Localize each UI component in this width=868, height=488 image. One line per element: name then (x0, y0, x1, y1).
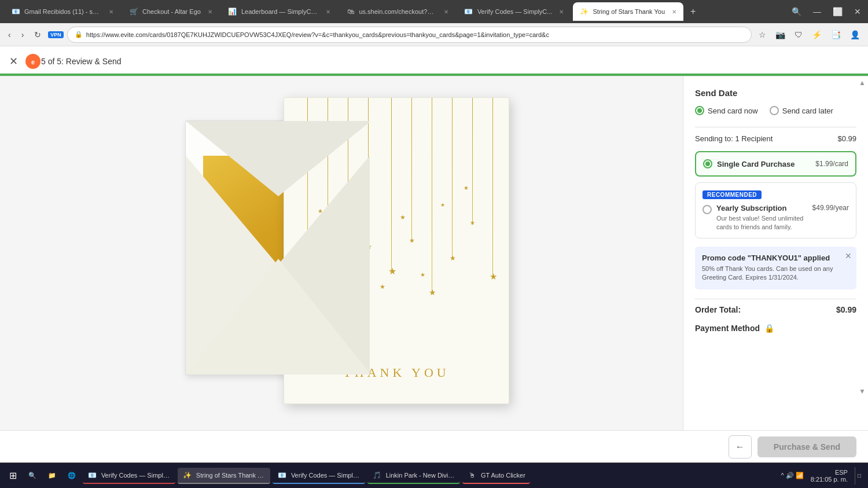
back-nav-button[interactable]: ‹ (5, 28, 14, 42)
tab-leaderboard-close[interactable]: ✕ (326, 9, 330, 15)
gmail-favicon: 📧 (12, 8, 20, 16)
taskbar-file-explorer[interactable]: 📁 (43, 469, 61, 482)
yearly-info: Yearly Subscription Our best value! Send… (716, 204, 808, 232)
taskbar-browser[interactable]: 🌐 (63, 469, 80, 482)
linkin-park-icon: 🎵 (372, 470, 382, 480)
extensions-button[interactable]: ⚡ (808, 28, 825, 42)
promo-close-button[interactable]: ✕ (845, 251, 852, 260)
single-card-option[interactable]: Single Card Purchase $1.99/card (695, 151, 856, 177)
yearly-subscription-option[interactable]: RECOMMENDED Yearly Subscription Our best… (695, 182, 856, 239)
back-button[interactable]: ← (729, 435, 752, 458)
tab-verify[interactable]: 📧 Verify Codes — SimplyC... ✕ (458, 2, 571, 21)
tab-checkout-altar[interactable]: 🛒 Checkout - Altar Ego ✕ (123, 2, 219, 21)
tab-shein[interactable]: 🛍 us.shein.com/checkout?au... ✕ (340, 2, 455, 21)
card-container: ★ ★ ★ ★ ★ (174, 97, 509, 410)
close-button[interactable]: ✕ (852, 5, 863, 19)
refresh-button[interactable]: ↻ (31, 28, 45, 42)
purchase-send-button[interactable]: Purchase & Send (757, 436, 856, 457)
taskbar-app-verify-codes-2[interactable]: 📧 Verify Codes — Simply... (273, 468, 365, 484)
show-desktop-button[interactable]: □ (855, 467, 863, 485)
tab-string-of-stars[interactable]: ✨ String of Stars Thank You ✕ (573, 2, 683, 21)
divider-1 (695, 127, 856, 127)
step-label: 5 of 5: Review & Send (41, 57, 122, 66)
window-controls: 🔍 — ⬜ ✕ (789, 5, 863, 19)
send-later-option[interactable]: Send card later (770, 106, 833, 115)
forward-nav-button[interactable]: › (18, 28, 28, 42)
restore-button[interactable]: ⬜ (830, 5, 845, 19)
verify-codes-2-icon: 📧 (277, 470, 288, 480)
file-explorer-icon: 📁 (48, 472, 56, 479)
tab-leaderboard[interactable]: 📊 Leaderboard — SimplyCo... ✕ (222, 2, 337, 21)
taskbar-clock: ESP 8:21:05 p. m. (811, 469, 848, 483)
single-card-row: Single Card Purchase $1.99/card (703, 159, 848, 168)
shield-button[interactable]: 🛡 (791, 28, 806, 42)
tab-checkout-close[interactable]: ✕ (208, 9, 212, 15)
taskbar-app-linkin-park[interactable]: 🎵 Linkin Park - New Divid... (367, 468, 460, 484)
single-card-price: $1.99/card (815, 160, 848, 168)
taskbar-app-string-of-stars[interactable]: ✨ String of Stars Thank Y... (178, 468, 270, 484)
send-later-label: Send card later (782, 107, 833, 115)
taskbar-app-verify-codes[interactable]: 📧 Verify Codes — Simply... (83, 468, 175, 484)
profile-button[interactable]: 👤 (847, 28, 863, 42)
send-date-title: Send Date (695, 88, 856, 98)
nav-icons: ☆ 📷 🛡 ⚡ 📑 👤 (755, 28, 863, 42)
send-date-options: Send card now Send card later (695, 106, 856, 115)
tab-gmail-close[interactable]: ✕ (109, 9, 113, 15)
address-bar[interactable]: 🔒 https://www.evite.com/cards/0187QE7KUH… (67, 27, 752, 43)
send-now-label: Send card now (708, 107, 758, 115)
tab-stars-label: String of Stars Thank You (593, 8, 665, 15)
yearly-radio[interactable] (703, 205, 712, 214)
main-area: ★ ★ ★ ★ ★ (0, 76, 868, 430)
scroll-up-button[interactable]: ▲ (859, 79, 866, 87)
yearly-row: Yearly Subscription Our best value! Send… (703, 204, 849, 232)
single-card-radio[interactable] (703, 159, 712, 168)
single-card-label: Single Card Purchase (717, 160, 811, 168)
sending-price: $0.99 (837, 134, 856, 143)
linkin-park-taskbar-label: Linkin Park - New Divid... (386, 472, 455, 479)
tab-verify-close[interactable]: ✕ (559, 9, 564, 15)
taskbar-search[interactable]: 🔍 (24, 469, 41, 482)
tab-shein-close[interactable]: ✕ (444, 9, 448, 15)
send-later-radio[interactable] (770, 106, 779, 115)
tab-gmail[interactable]: 📧 Gmail Recibidos (11) - soulpowe... ✕ (5, 2, 120, 21)
start-button[interactable]: ⊞ (5, 468, 21, 483)
taskbar: ⊞ 🔍 📁 🌐 📧 Verify Codes — Simply... ✨ Str… (0, 463, 868, 488)
tab-stars-close[interactable]: ✕ (672, 9, 676, 15)
browser-chrome: 📧 Gmail Recibidos (11) - soulpowe... ✕ 🛒… (0, 0, 868, 46)
recommended-badge: RECOMMENDED (703, 190, 762, 199)
payment-method-section: Payment Method 🔒 (695, 324, 856, 333)
send-now-option[interactable]: Send card now (695, 106, 758, 115)
minimize-button[interactable]: — (811, 5, 823, 19)
sending-to-label: Sending to: 1 Recipient (695, 134, 773, 143)
promo-desc: 50% off Thank You cards. Can be used on … (702, 265, 849, 282)
yearly-name: Yearly Subscription (716, 204, 808, 212)
system-tray-icons[interactable]: ^ 🔊 📶 (781, 472, 803, 479)
tab-shein-label: us.shein.com/checkout?au... (359, 8, 437, 15)
scroll-down-button[interactable]: ▼ (859, 387, 866, 395)
string-of-stars-icon: ✨ (182, 470, 193, 480)
sending-to-row: Sending to: 1 Recipient $0.99 (695, 134, 856, 143)
stars-favicon: ✨ (580, 8, 588, 16)
card-preview-area: ★ ★ ★ ★ ★ (0, 76, 683, 430)
browser-icon: 🌐 (68, 472, 76, 479)
send-now-radio[interactable] (695, 106, 704, 115)
leaderboard-favicon: 📊 (229, 8, 237, 16)
send-date-section: Send Date Send card now Send card later (695, 88, 856, 115)
screenshot-button[interactable]: 📷 (772, 28, 789, 42)
new-tab-button[interactable]: + (686, 6, 700, 17)
envelope-bottom-flap (186, 259, 370, 375)
svg-text:e: e (31, 58, 35, 65)
lock-icon: 🔒 (764, 324, 774, 333)
system-tray: ^ 🔊 📶 ESP 8:21:05 p. m. □ (781, 467, 863, 485)
yearly-price: $49.99/year (812, 204, 849, 212)
taskbar-app-gt-auto-clicker[interactable]: 🖱 GT Auto Clicker (462, 468, 530, 484)
taskbar-search-icon: 🔍 (28, 472, 36, 479)
close-page-button[interactable]: ✕ (9, 55, 18, 68)
verify-favicon: 📧 (465, 8, 473, 16)
bookmark-button[interactable]: ☆ (755, 28, 770, 42)
yearly-desc: Our best value! Send unlimited cards to … (716, 214, 808, 232)
payment-method-label: Payment Method (695, 324, 760, 333)
search-button[interactable]: 🔍 (789, 5, 804, 19)
bookmarks-list-button[interactable]: 📑 (827, 28, 844, 42)
shein-favicon: 🛍 (347, 8, 355, 16)
